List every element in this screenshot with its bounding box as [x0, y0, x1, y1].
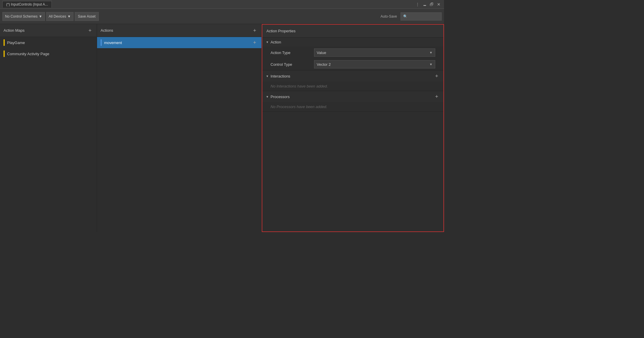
search-box[interactable]: 🔍 [401, 12, 442, 21]
interactions-section-title: Interactions [271, 74, 290, 78]
action-type-row: Action Type Value ▼ [262, 47, 443, 58]
processors-section-header[interactable]: ▼ Processors + [262, 91, 443, 102]
auto-save-label: Auto-Save [381, 14, 397, 19]
all-devices-label: All Devices [49, 14, 66, 19]
dropdown-arrow-icon3: ▼ [429, 51, 433, 54]
color-bar [4, 39, 5, 46]
all-devices-dropdown[interactable]: All Devices ▼ [46, 12, 74, 21]
action-map-label: PlayGame [7, 41, 25, 45]
maximize-button[interactable]: 🗗 [429, 1, 435, 7]
title-bar: (*) InputControls (Input A... ⋮ 🗕 🗗 ✕ [0, 0, 444, 9]
title-bar-controls: ⋮ 🗕 🗗 ✕ [415, 1, 442, 7]
actions-title: Actions [101, 28, 113, 33]
control-type-label: Control Type [271, 62, 312, 67]
search-input[interactable] [409, 14, 441, 19]
close-button[interactable]: ✕ [436, 1, 442, 7]
list-item[interactable]: PlayGame [0, 37, 97, 48]
main-layout: Action Maps + PlayGame Community Activit… [0, 24, 444, 232]
collapse-icon: ▼ [266, 95, 269, 98]
action-section-title: Action [271, 40, 281, 44]
toolbar: No Control Schemes ▼ All Devices ▼ Save … [0, 9, 444, 24]
more-button[interactable]: ⋮ [415, 1, 421, 7]
add-action-map-button[interactable]: + [87, 27, 93, 34]
no-interactions-text: No Interactions have been added. [262, 82, 443, 91]
action-color-bar [101, 39, 102, 46]
actions-list: movement + [97, 37, 261, 232]
action-type-value: Value [317, 51, 326, 55]
properties-title: Action Properties [266, 29, 296, 33]
action-section-header[interactable]: ▼ Action [262, 38, 443, 47]
control-type-row: Control Type Vector 2 ▼ [262, 58, 443, 70]
action-type-dropdown[interactable]: Value ▼ [314, 48, 435, 57]
action-label: movement [104, 41, 249, 45]
actions-panel: Actions + movement + [97, 24, 262, 232]
title-tab[interactable]: (*) InputControls (Input A... [2, 1, 52, 8]
actions-header: Actions + [97, 24, 261, 37]
add-processor-button[interactable]: + [433, 93, 440, 100]
minimize-button[interactable]: 🗕 [422, 1, 428, 7]
dropdown-arrow-icon2: ▼ [67, 14, 71, 19]
dropdown-arrow-icon: ▼ [39, 14, 42, 19]
processors-section-title: Processors [271, 95, 290, 99]
action-section: ▼ Action Action Type Value ▼ Control Typ… [262, 38, 443, 70]
no-processors-text: No Processors have been added. [262, 102, 443, 111]
search-icon: 🔍 [403, 14, 408, 19]
action-map-label: Community Activity Page [7, 52, 49, 56]
action-add-binding-button[interactable]: + [251, 39, 258, 46]
save-asset-button[interactable]: Save Asset [75, 12, 99, 21]
collapse-icon: ▼ [266, 75, 269, 78]
processors-section: ▼ Processors + No Processors have been a… [262, 91, 443, 112]
action-maps-title: Action Maps [4, 28, 25, 33]
action-maps-panel: Action Maps + PlayGame Community Activit… [0, 24, 97, 232]
color-bar [4, 51, 5, 57]
action-maps-header: Action Maps + [0, 24, 97, 37]
list-item[interactable]: movement + [97, 37, 261, 48]
list-item[interactable]: Community Activity Page [0, 48, 97, 59]
properties-header: Action Properties [262, 25, 443, 38]
control-type-dropdown[interactable]: Vector 2 ▼ [314, 60, 435, 68]
no-control-schemes-label: No Control Schemes [5, 14, 38, 19]
control-type-value: Vector 2 [317, 62, 331, 67]
add-action-button[interactable]: + [251, 27, 258, 34]
interactions-section: ▼ Interactions + No Interactions have be… [262, 70, 443, 91]
dropdown-arrow-icon4: ▼ [429, 63, 433, 66]
action-maps-list: PlayGame Community Activity Page [0, 37, 97, 232]
add-interaction-button[interactable]: + [433, 73, 440, 79]
interactions-section-header[interactable]: ▼ Interactions + [262, 70, 443, 82]
properties-panel: Action Properties ▼ Action Action Type V… [262, 24, 444, 232]
action-type-label: Action Type [271, 51, 312, 55]
no-control-schemes-dropdown[interactable]: No Control Schemes ▼ [2, 12, 45, 21]
title-bar-left: (*) InputControls (Input A... [2, 1, 52, 8]
collapse-icon: ▼ [266, 41, 269, 44]
